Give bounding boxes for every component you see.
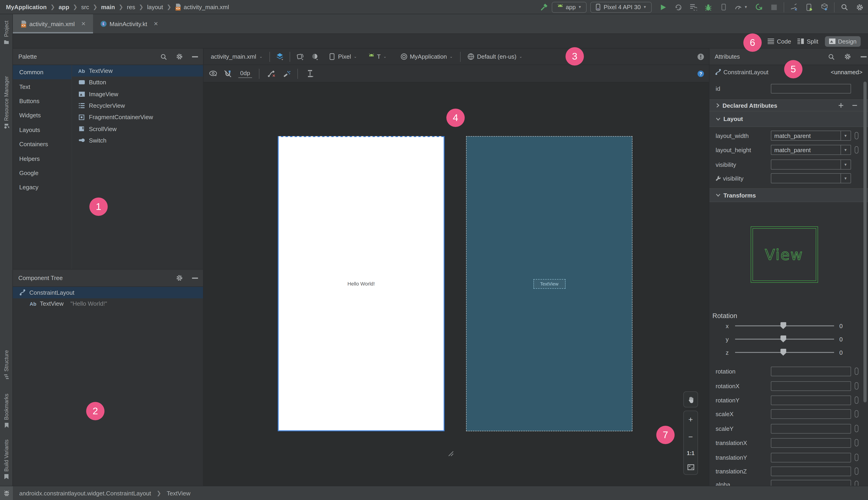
pack-margin-icon[interactable] bbox=[303, 68, 318, 80]
search-everywhere-icon[interactable] bbox=[837, 1, 852, 13]
zoom-out-button[interactable]: − bbox=[688, 433, 693, 442]
section-layout[interactable]: Layout bbox=[709, 111, 868, 127]
toggle-pill[interactable] bbox=[855, 425, 858, 432]
close-tab-icon[interactable]: ✕ bbox=[153, 21, 158, 27]
layout-width-select[interactable]: match_parent▼ bbox=[770, 130, 851, 141]
mode-split[interactable]: Split bbox=[797, 38, 818, 45]
scalex-input[interactable] bbox=[770, 409, 851, 419]
issues-icon[interactable] bbox=[697, 53, 704, 60]
status-path[interactable]: androidx.constraintlayout.widget.Constra… bbox=[19, 490, 151, 497]
visibility-select[interactable]: ▼ bbox=[770, 159, 851, 170]
palette-category-layouts[interactable]: Layouts bbox=[13, 123, 71, 137]
sidebar-item-bookmarks[interactable]: Bookmarks bbox=[0, 394, 13, 428]
palette-item-imageview[interactable]: ImageView bbox=[72, 88, 203, 100]
translationz-input[interactable] bbox=[770, 466, 851, 476]
id-input[interactable] bbox=[770, 84, 851, 93]
zoom-actual-button[interactable]: 1:1 bbox=[687, 450, 694, 456]
tools-visibility-select[interactable]: ▼ bbox=[770, 173, 851, 183]
section-declared-attributes[interactable]: Declared Attributes bbox=[709, 100, 868, 111]
night-mode-icon[interactable] bbox=[307, 50, 322, 62]
palette-item-recyclerview[interactable]: RecyclerView bbox=[72, 100, 203, 112]
pan-hand-button[interactable] bbox=[683, 391, 698, 407]
locale-select[interactable]: Default (en-us) bbox=[477, 53, 516, 60]
slider-thumb[interactable] bbox=[780, 322, 786, 329]
palette-category-legacy[interactable]: Legacy bbox=[13, 180, 71, 195]
toggle-pill[interactable] bbox=[855, 454, 858, 461]
toggle-pill[interactable] bbox=[855, 467, 858, 475]
settings-gear-icon[interactable] bbox=[852, 1, 867, 13]
sidebar-item-project[interactable]: Project bbox=[0, 21, 13, 44]
palette-category-google[interactable]: Google bbox=[13, 166, 71, 180]
breadcrumb-src[interactable]: src bbox=[81, 3, 89, 10]
close-tab-icon[interactable]: ✕ bbox=[81, 21, 86, 27]
theme-select[interactable]: MyApplication bbox=[410, 53, 447, 60]
autoconnect-magnet-icon[interactable] bbox=[220, 68, 236, 80]
help-icon[interactable]: ? bbox=[697, 70, 704, 77]
translationy-input[interactable] bbox=[770, 453, 851, 462]
rotationy-input[interactable] bbox=[770, 395, 851, 405]
palette-item-button[interactable]: Button bbox=[72, 77, 203, 89]
search-icon[interactable] bbox=[160, 53, 167, 60]
rotationx-input[interactable] bbox=[770, 381, 851, 391]
device-mirror-icon[interactable] bbox=[801, 1, 817, 13]
breadcrumb-res[interactable]: res bbox=[127, 3, 135, 10]
avd-manager-icon[interactable] bbox=[817, 1, 832, 13]
design-preview[interactable]: Hello World! bbox=[278, 136, 445, 431]
scaley-input[interactable] bbox=[770, 424, 851, 433]
palette-category-widgets[interactable]: Widgets bbox=[13, 108, 71, 123]
device-select[interactable]: Pixel 4 API 30▼ bbox=[590, 2, 652, 13]
translationx-input[interactable] bbox=[770, 438, 851, 447]
clear-constraints-icon[interactable]: ✕ bbox=[264, 68, 279, 80]
mode-design[interactable]: Design bbox=[825, 36, 861, 46]
blueprint-textview[interactable]: TextView bbox=[533, 279, 565, 288]
rotation-input[interactable] bbox=[770, 366, 851, 376]
sidebar-item-build-variants[interactable]: Build Variants bbox=[0, 440, 13, 479]
gear-icon[interactable] bbox=[844, 53, 851, 60]
api-version-select[interactable]: T bbox=[377, 53, 381, 60]
remove-attribute-icon[interactable] bbox=[852, 103, 857, 108]
view-options-eye-icon[interactable] bbox=[205, 68, 220, 80]
tab-main-activity-kt[interactable]: MainActivity.kt ✕ bbox=[93, 14, 165, 33]
design-file-select[interactable]: activity_main.xml bbox=[211, 53, 256, 60]
build-hammer-icon[interactable] bbox=[536, 1, 551, 13]
sidebar-item-resource-manager[interactable]: Resource Manager bbox=[0, 76, 13, 129]
tree-row-constraintlayout[interactable]: ConstraintLayout bbox=[13, 287, 203, 298]
palette-category-containers[interactable]: Containers bbox=[13, 137, 71, 151]
add-attribute-icon[interactable] bbox=[838, 103, 844, 108]
hello-world-text[interactable]: Hello World! bbox=[347, 281, 375, 286]
apply-changes-icon[interactable]: A bbox=[671, 1, 686, 13]
palette-item-scrollview[interactable]: ScrollView bbox=[72, 123, 203, 135]
profile-device-icon[interactable] bbox=[716, 1, 731, 13]
palette-category-text[interactable]: Text bbox=[13, 80, 71, 94]
slider-thumb[interactable] bbox=[780, 349, 786, 356]
breadcrumb-app[interactable]: app bbox=[59, 3, 69, 10]
zoom-fit-icon[interactable] bbox=[687, 464, 694, 470]
run-config-select[interactable]: app▼ bbox=[551, 2, 586, 13]
resize-handle-icon[interactable] bbox=[448, 451, 454, 456]
toggle-pill[interactable] bbox=[855, 410, 858, 418]
toggle-pill[interactable] bbox=[855, 132, 858, 139]
blueprint-preview[interactable]: TextView bbox=[466, 136, 632, 431]
stop-icon[interactable] bbox=[766, 1, 781, 13]
layout-height-select[interactable]: match_parent▼ bbox=[770, 145, 851, 155]
breadcrumb-project[interactable]: MyApplication bbox=[6, 3, 47, 10]
palette-category-buttons[interactable]: Buttons bbox=[13, 94, 71, 109]
run-with-coverage-icon[interactable] bbox=[686, 1, 701, 13]
mode-code[interactable]: Code bbox=[768, 38, 791, 45]
palette-category-helpers[interactable]: Helpers bbox=[13, 151, 71, 166]
slider-thumb[interactable] bbox=[780, 336, 786, 342]
toggle-pill[interactable] bbox=[855, 382, 858, 389]
alpha-input[interactable] bbox=[770, 480, 851, 486]
scrollbar-thumb[interactable] bbox=[864, 82, 867, 402]
palette-item-textview[interactable]: Ab TextView bbox=[72, 65, 203, 77]
sidebar-item-structure[interactable]: Structure bbox=[0, 350, 13, 379]
device-manager-icon[interactable] bbox=[786, 1, 801, 13]
breadcrumb-layout[interactable]: layout bbox=[147, 3, 163, 10]
toggle-pill[interactable] bbox=[855, 481, 858, 486]
toggle-pill[interactable] bbox=[855, 367, 858, 375]
debug-icon[interactable] bbox=[701, 1, 716, 13]
palette-category-common[interactable]: Common bbox=[13, 65, 71, 80]
hide-panel-icon[interactable] bbox=[192, 277, 198, 279]
device-for-preview-select[interactable]: Pixel bbox=[338, 53, 351, 60]
tab-activity-main-xml[interactable]: <> activity_main.xml ✕ bbox=[13, 14, 93, 33]
